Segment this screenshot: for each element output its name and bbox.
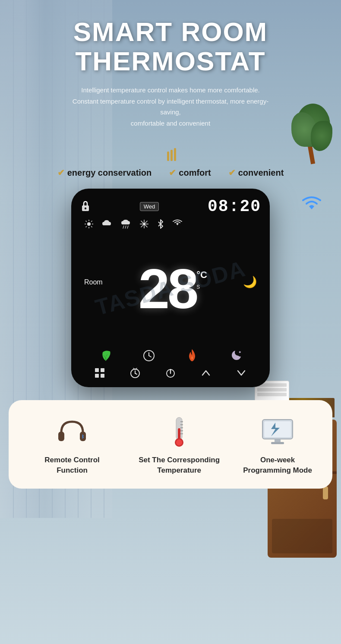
check-icon-comfort: ✔	[169, 167, 176, 178]
grid-button[interactable]	[94, 367, 105, 379]
device-bottom-icons: ✦	[80, 348, 261, 363]
svg-text:✦: ✦	[238, 350, 242, 354]
clock-icon	[142, 349, 155, 362]
svg-text:ᛒ: ᛒ	[82, 434, 84, 439]
svg-line-36	[135, 373, 137, 374]
schedule-button[interactable]	[129, 367, 141, 379]
header-section: SMART ROOM THERMOSTAT Intelligent temper…	[0, 0, 341, 148]
svg-rect-31	[101, 368, 104, 372]
temp-unit-area: °C s	[196, 261, 207, 290]
svg-line-16	[125, 226, 126, 228]
feature-convenient: ✔ convenient	[228, 167, 284, 178]
power-button[interactable]	[165, 367, 176, 379]
svg-line-13	[91, 221, 92, 222]
svg-rect-54	[271, 442, 284, 444]
device-top-row: Wed 08:20	[80, 197, 261, 216]
svg-line-17	[127, 226, 128, 228]
svg-line-15	[123, 226, 124, 228]
leaf-icon	[99, 349, 112, 363]
svg-rect-0	[167, 152, 169, 161]
svg-point-5	[85, 207, 86, 208]
svg-rect-32	[95, 374, 99, 378]
main-container: SMART ROOM THERMOSTAT Intelligent temper…	[0, 0, 341, 644]
lock-icon	[80, 200, 91, 214]
remote-control-label: Remote Control Function	[29, 455, 115, 476]
temperature-display: 28 °C s	[107, 261, 239, 317]
svg-point-22	[143, 223, 145, 225]
moon-star-icon: ✦	[229, 349, 242, 362]
feature-card-programming: One-weekProgramming Mode	[243, 415, 312, 476]
features-bar: ✔ energy conservation ✔ comfort ✔ conven…	[0, 167, 341, 178]
svg-line-12	[91, 227, 92, 227]
up-button[interactable]	[200, 367, 212, 379]
feature-card-temperature: Set The CorrespondingTemperature	[139, 415, 220, 476]
thermometer-icon	[162, 415, 196, 450]
signal-bars-icon	[162, 148, 179, 161]
feature-label-comfort: comfort	[179, 168, 211, 178]
svg-rect-1	[170, 150, 173, 161]
check-icon-energy: ✔	[57, 167, 65, 178]
svg-point-50	[176, 439, 182, 445]
device-icon-row	[80, 219, 261, 229]
time-display: 08:20	[208, 197, 261, 216]
temperature-area: Room 28 °C s 🌙	[80, 231, 261, 346]
wifi-small-icon	[172, 219, 183, 227]
celsius-label: °C	[196, 269, 207, 281]
temp-sub-label: s	[196, 283, 207, 290]
control-row	[80, 367, 261, 379]
day-badge: Wed	[140, 202, 159, 211]
svg-rect-30	[95, 368, 99, 372]
rain-icon	[120, 219, 132, 229]
temperature-label: Set The CorrespondingTemperature	[139, 455, 220, 476]
monitor-icon	[260, 415, 295, 450]
svg-line-14	[86, 227, 87, 227]
feature-comfort: ✔ comfort	[169, 167, 211, 178]
programming-label: One-weekProgramming Mode	[243, 455, 312, 476]
wifi-icon	[298, 190, 326, 215]
svg-line-11	[86, 221, 87, 222]
svg-rect-33	[101, 374, 104, 378]
bottom-features-section: ᛒ Remote Control Function	[9, 400, 332, 489]
feature-label-energy: energy conservation	[67, 168, 152, 178]
signal-icon-area	[0, 148, 341, 161]
svg-rect-53	[275, 439, 281, 442]
page-title: SMART ROOM THERMOSTAT	[9, 17, 332, 76]
sun-icon	[84, 219, 94, 229]
feature-label-convenient: convenient	[238, 168, 284, 178]
moon-right-icon: 🌙	[243, 275, 257, 289]
snowflake-icon	[139, 219, 149, 229]
svg-line-28	[149, 356, 151, 357]
remote-control-icon: ᛒ	[55, 415, 89, 450]
temperature-value: 28	[139, 261, 197, 317]
bluetooth-icon	[157, 219, 164, 229]
thermostat-wrap: TASDA SODA Wed 08:20	[0, 189, 341, 387]
cloud-icon	[101, 219, 113, 227]
subtitle: Intelligent temperature control makes ho…	[63, 85, 278, 129]
svg-rect-48	[178, 428, 180, 440]
down-button[interactable]	[236, 367, 247, 379]
feature-energy: ✔ energy conservation	[57, 167, 152, 178]
check-icon-convenient: ✔	[228, 167, 236, 178]
svg-rect-39	[58, 432, 64, 441]
svg-point-6	[87, 222, 91, 226]
flame-icon	[186, 348, 199, 363]
svg-rect-2	[174, 148, 176, 161]
thermostat-device: TASDA SODA Wed 08:20	[71, 189, 270, 387]
feature-card-remote: ᛒ Remote Control Function	[29, 415, 115, 476]
room-label: Room	[84, 278, 103, 286]
